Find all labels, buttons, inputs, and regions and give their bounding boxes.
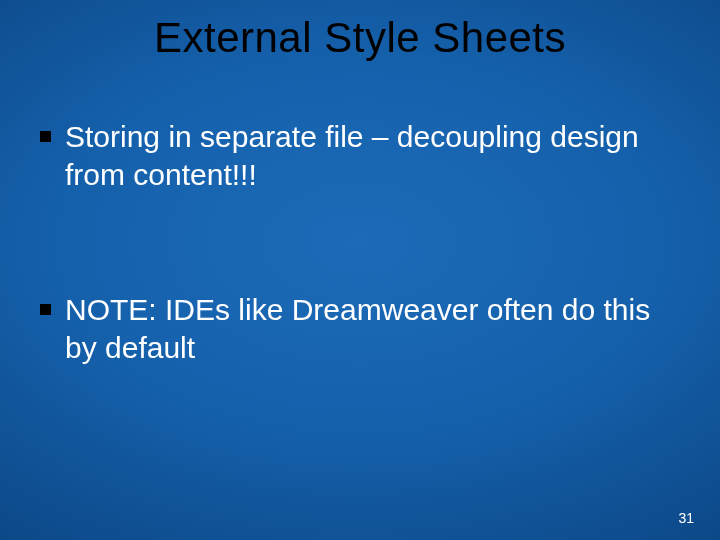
slide-title: External Style Sheets xyxy=(0,14,720,62)
bullet-item: Storing in separate file – decoupling de… xyxy=(40,118,680,193)
bullet-text: NOTE: IDEs like Dreamweaver often do thi… xyxy=(65,291,680,366)
square-bullet-icon xyxy=(40,304,51,315)
page-number: 31 xyxy=(678,510,694,526)
slide: External Style Sheets Storing in separat… xyxy=(0,0,720,540)
slide-body: Storing in separate file – decoupling de… xyxy=(40,118,680,464)
bullet-text: Storing in separate file – decoupling de… xyxy=(65,118,680,193)
square-bullet-icon xyxy=(40,131,51,142)
bullet-item: NOTE: IDEs like Dreamweaver often do thi… xyxy=(40,291,680,366)
